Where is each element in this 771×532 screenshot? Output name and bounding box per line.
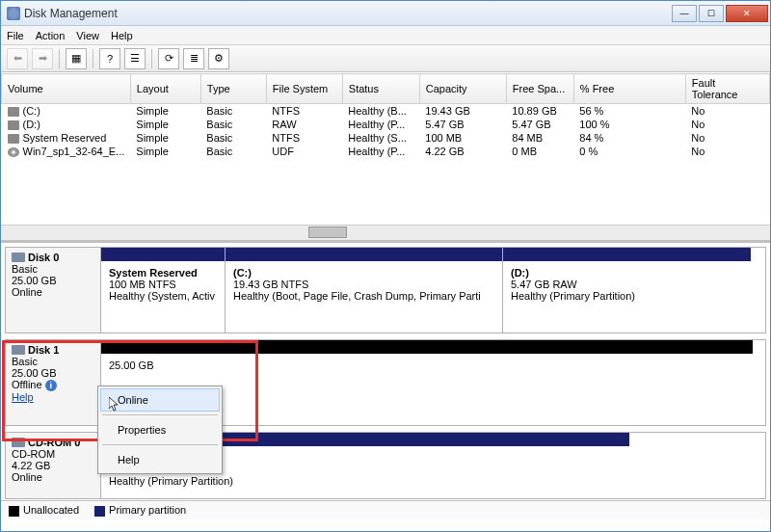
cell-status: Healthy (P...	[342, 145, 419, 158]
cell-type: Basic	[200, 145, 266, 158]
col-free[interactable]: Free Spa...	[506, 74, 573, 104]
partition-name: (C:)	[233, 267, 494, 279]
disk-name-label: Disk 1	[28, 344, 59, 356]
disk-info[interactable]: Disk 1Basic25.00 GBOffline iHelp	[6, 340, 101, 425]
table-row[interactable]: System ReservedSimpleBasicNTFSHealthy (S…	[2, 131, 770, 145]
cell-free: 0 MB	[506, 145, 573, 158]
partition[interactable]: System Reserved100 MB NTFSHealthy (Syste…	[101, 248, 226, 332]
cell-layout: Simple	[130, 104, 200, 119]
cell-status: Healthy (P...	[342, 118, 419, 131]
cell-cap: 4.22 GB	[419, 145, 506, 158]
partition-name: System Reserved	[109, 267, 217, 279]
disk-name-label: Disk 0	[28, 252, 59, 263]
legend-swatch-primary	[94, 506, 105, 517]
disk-state-label: Offline i	[12, 379, 94, 391]
app-icon	[7, 7, 20, 20]
disk-icon	[12, 345, 25, 355]
disk-info[interactable]: Disk 0Basic25.00 GBOnline	[6, 248, 101, 332]
context-menu-separator	[102, 444, 218, 445]
cell-vol: (D:)	[2, 118, 131, 131]
partition-bar	[101, 248, 225, 261]
col-fs[interactable]: File System	[266, 74, 342, 104]
table-row[interactable]: (C:)SimpleBasicNTFSHealthy (B...19.43 GB…	[2, 104, 770, 119]
col-ft[interactable]: Fault Tolerance	[685, 74, 769, 104]
partition-name: (D:)	[511, 267, 743, 279]
context-menu-help[interactable]: Help	[100, 448, 220, 471]
close-button[interactable]: ✕	[726, 5, 768, 22]
context-menu-online[interactable]: Online	[100, 388, 220, 412]
layout-icon[interactable]: ☰	[124, 48, 146, 69]
partition[interactable]: (C:)19.43 GB NTFSHealthy (Boot, Page Fil…	[226, 248, 503, 332]
cell-cap: 100 MB	[419, 131, 506, 145]
horizontal-scrollbar[interactable]	[1, 225, 770, 240]
partition-bar	[226, 248, 502, 261]
cell-layout: Simple	[130, 145, 200, 158]
disk-type-label: Basic	[12, 356, 94, 367]
window-title: Disk Management	[24, 7, 118, 20]
cell-fs: UDF	[266, 145, 342, 158]
cell-free: 10.89 GB	[506, 104, 573, 119]
minimize-button[interactable]: —	[672, 5, 697, 22]
window-controls: — ☐ ✕	[672, 5, 768, 22]
cell-ft: No	[685, 118, 769, 131]
cell-fs: NTFS	[266, 104, 342, 119]
col-capacity[interactable]: Capacity	[419, 74, 506, 104]
partition-sub: 19.43 GB NTFS	[233, 279, 494, 290]
context-menu-properties[interactable]: Properties	[100, 418, 220, 441]
disk-info[interactable]: CD-ROM 0CD-ROM4.22 GBOnline	[6, 433, 101, 498]
toolbar: ⬅ ➡ ▦ ? ☰ ⟳ ≣ ⚙	[1, 45, 770, 72]
help-icon[interactable]: ?	[99, 48, 120, 69]
maximize-button[interactable]: ☐	[699, 5, 724, 22]
cell-type: Basic	[200, 131, 266, 145]
menu-view[interactable]: View	[76, 30, 99, 41]
refresh-icon[interactable]: ⟳	[158, 48, 179, 69]
cell-fs: NTFS	[266, 131, 342, 145]
cell-type: Basic	[200, 104, 266, 119]
menu-action[interactable]: Action	[36, 30, 66, 41]
col-type[interactable]: Type	[200, 74, 266, 104]
cell-vol: System Reserved	[2, 131, 131, 145]
cell-cap: 19.43 GB	[419, 104, 506, 119]
cell-layout: Simple	[130, 118, 200, 131]
cell-pct: 100 %	[573, 118, 685, 131]
col-volume[interactable]: Volume	[2, 74, 131, 104]
legend-unallocated-label: Unallocated	[23, 504, 79, 516]
table-row[interactable]: Win7_sp1_32-64_E...SimpleBasicUDFHealthy…	[2, 145, 770, 158]
list-icon[interactable]: ≣	[183, 48, 204, 69]
disk-map-pane: Disk 0Basic25.00 GBOnlineSystem Reserved…	[1, 240, 770, 519]
menubar: File Action View Help	[1, 26, 770, 45]
context-menu-separator	[102, 414, 218, 415]
forward-icon: ➡	[32, 48, 53, 69]
col-pct[interactable]: % Free	[573, 74, 685, 104]
cell-layout: Simple	[130, 131, 200, 145]
cell-type: Basic	[200, 118, 266, 131]
context-menu: Online Properties Help	[97, 386, 223, 474]
cell-status: Healthy (S...	[342, 131, 419, 145]
partition-status: Healthy (Primary Partition)	[511, 290, 743, 302]
cell-vol: (C:)	[2, 104, 131, 119]
volume-table[interactable]: Volume Layout Type File System Status Ca…	[1, 73, 770, 158]
partition-status: Healthy (System, Activ	[109, 290, 217, 302]
disk-size-label: 25.00 GB	[12, 367, 94, 379]
partition[interactable]: (D:)5.47 GB RAWHealthy (Primary Partitio…	[503, 248, 751, 332]
disk-icon	[12, 438, 25, 447]
disk-state-label: Online	[12, 286, 94, 298]
properties-icon[interactable]: ⚙	[208, 48, 229, 69]
disk-name-label: CD-ROM 0	[28, 437, 80, 448]
info-icon[interactable]: i	[45, 380, 57, 391]
cell-ft: No	[685, 145, 769, 158]
col-status[interactable]: Status	[342, 74, 419, 104]
table-row[interactable]: (D:)SimpleBasicRAWHealthy (P...5.47 GB5.…	[2, 118, 770, 131]
disk-size-label: 25.00 GB	[12, 275, 94, 286]
show-icon[interactable]: ▦	[66, 48, 87, 69]
table-header-row: Volume Layout Type File System Status Ca…	[2, 74, 770, 104]
disk-help-link[interactable]: Help	[12, 391, 34, 403]
cell-cap: 5.47 GB	[419, 118, 506, 131]
partition-sub: 25.00 GB	[109, 359, 745, 371]
menu-file[interactable]: File	[7, 30, 24, 41]
menu-help[interactable]: Help	[111, 30, 133, 41]
col-layout[interactable]: Layout	[130, 74, 200, 104]
legend: Unallocated Primary partition	[1, 500, 770, 519]
disk-state-label: Online	[12, 471, 94, 483]
disk-size-label: 4.22 GB	[12, 460, 94, 471]
